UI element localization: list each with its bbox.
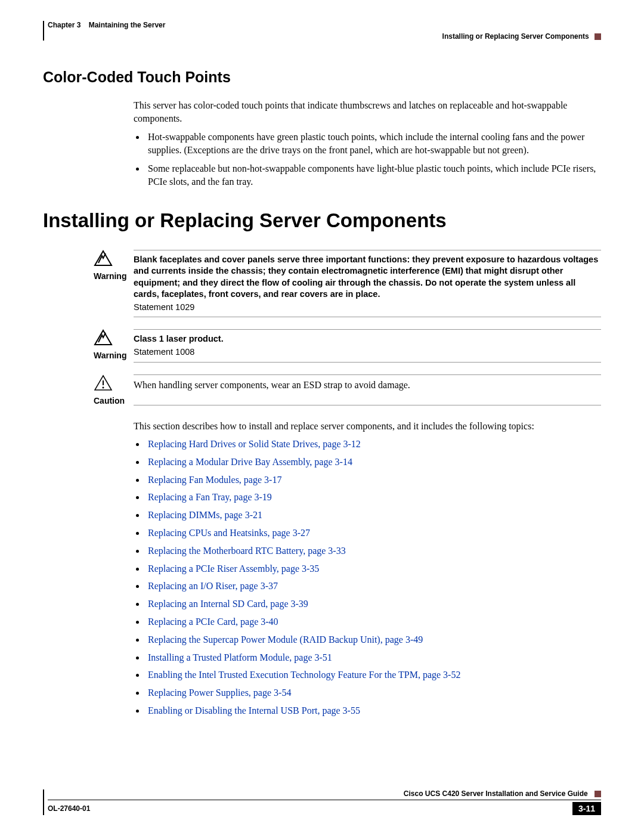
touch-points-list: Hot-swappable components have green plas… (145, 131, 601, 188)
list-item: Replacing an Internal SD Card, page 3-39 (145, 598, 601, 611)
chapter-breadcrumb: Chapter 3 Maintaining the Server (48, 21, 601, 29)
footer-marker-icon (595, 791, 601, 797)
list-item: Installing a Trusted Platform Module, pa… (145, 652, 601, 664)
topics-intro: This section describes how to install an… (134, 420, 601, 433)
warning-block-1: Warning Blank faceplates and cover panel… (94, 250, 601, 318)
chapter-label: Chapter 3 (48, 21, 80, 29)
page-number: 3-11 (572, 802, 601, 815)
topic-link[interactable]: Enabling the Intel Trusted Execution Tec… (148, 670, 460, 680)
caution-label-col: Caution (94, 374, 134, 405)
warning-body: Blank faceplates and cover panels serve … (134, 250, 601, 318)
warning-label: Warning (94, 351, 134, 360)
list-item: Replacing Hard Drives or Solid State Dri… (145, 438, 601, 451)
topics-section: This section describes how to install an… (134, 420, 601, 717)
section-breadcrumb-row: Installing or Replacing Server Component… (48, 32, 601, 41)
warning-label: Warning (94, 271, 134, 281)
warning-text: Blank faceplates and cover panels serve … (134, 255, 598, 299)
topic-link[interactable]: Replacing Hard Drives or Solid State Dri… (148, 439, 361, 449)
page-header: Chapter 3 Maintaining the Server Install… (43, 21, 601, 41)
topic-link[interactable]: Replacing a Fan Tray, page 3-19 (148, 492, 272, 502)
topic-link[interactable]: Installing a Trusted Platform Module, pa… (148, 652, 332, 662)
warning-body: Class 1 laser product. Statement 1008 (134, 329, 601, 362)
topic-link[interactable]: Replacing the Supercap Power Module (RAI… (148, 634, 423, 645)
topic-link[interactable]: Replacing an I/O Riser, page 3-37 (148, 581, 278, 591)
list-item: Enabling the Intel Trusted Execution Tec… (145, 669, 601, 682)
caution-text: When handling server components, wear an… (134, 379, 601, 392)
topic-link[interactable]: Enabling or Disabling the Internal USB P… (148, 705, 360, 716)
list-item: Replacing a PCIe Riser Assembly, page 3-… (145, 563, 601, 575)
list-item: Replacing a Modular Drive Bay Assembly, … (145, 456, 601, 469)
topic-link[interactable]: Replacing CPUs and Heatsinks, page 3-27 (148, 528, 310, 538)
footer-bottom-row: OL-27640-01 3-11 (48, 802, 601, 815)
topics-link-list: Replacing Hard Drives or Solid State Dri… (145, 438, 601, 717)
warning-icon (94, 250, 134, 269)
warning-text: Class 1 laser product. (134, 334, 224, 343)
caution-block: Caution When handling server components,… (94, 374, 601, 405)
page-content: Color-Coded Touch Points This server has… (43, 69, 601, 723)
warning-label-col: Warning (94, 329, 134, 362)
section-title-touch-points: Color-Coded Touch Points (43, 69, 601, 86)
section-body: This server has color-coded touch points… (134, 99, 601, 188)
chapter-title: Maintaining the Server (89, 21, 166, 29)
topic-link[interactable]: Replacing Power Supplies, page 3-54 (148, 688, 291, 698)
doc-number: OL-27640-01 (48, 804, 90, 813)
caution-body: When handling server components, wear an… (134, 374, 601, 405)
list-item: Replacing Fan Modules, page 3-17 (145, 474, 601, 487)
warning-label-col: Warning (94, 250, 134, 318)
list-item: Replacing CPUs and Heatsinks, page 3-27 (145, 527, 601, 540)
warning-block-2: Warning Class 1 laser product. Statement… (94, 329, 601, 362)
topic-link[interactable]: Replacing an Internal SD Card, page 3-39 (148, 599, 308, 609)
list-item: Replacing DIMMs, page 3-21 (145, 509, 601, 522)
list-item: Replacing an I/O Riser, page 3-37 (145, 580, 601, 593)
list-item: Some replaceable but non-hot-swappable c… (145, 162, 601, 188)
statement-number: Statement 1029 (134, 302, 601, 314)
list-item: Replacing a PCIe Card, page 3-40 (145, 616, 601, 628)
list-item: Replacing the Motherboard RTC Battery, p… (145, 545, 601, 558)
topic-link[interactable]: Replacing a Modular Drive Bay Assembly, … (148, 457, 352, 467)
guide-title-text: Cisco UCS C420 Server Installation and S… (404, 789, 588, 798)
main-heading: Installing or Replacing Server Component… (43, 209, 601, 232)
list-item: Hot-swappable components have green plas… (145, 131, 601, 156)
warning-icon (94, 329, 134, 348)
footer-guide-title: Cisco UCS C420 Server Installation and S… (48, 789, 601, 800)
intro-paragraph: This server has color-coded touch points… (134, 99, 601, 125)
topic-link[interactable]: Replacing a PCIe Card, page 3-40 (148, 617, 278, 627)
list-item: Replacing Power Supplies, page 3-54 (145, 687, 601, 699)
header-marker-icon (595, 33, 601, 40)
topic-link[interactable]: Replacing DIMMs, page 3-21 (148, 510, 262, 520)
statement-number: Statement 1008 (134, 346, 601, 358)
caution-icon (94, 374, 134, 394)
caution-label: Caution (94, 396, 134, 405)
topic-link[interactable]: Replacing the Motherboard RTC Battery, p… (148, 546, 346, 556)
section-breadcrumb: Installing or Replacing Server Component… (442, 32, 589, 41)
list-item: Enabling or Disabling the Internal USB P… (145, 705, 601, 717)
list-item: Replacing a Fan Tray, page 3-19 (145, 491, 601, 504)
list-item: Replacing the Supercap Power Module (RAI… (145, 634, 601, 646)
page-footer: Cisco UCS C420 Server Installation and S… (43, 789, 601, 815)
topic-link[interactable]: Replacing a PCIe Riser Assembly, page 3-… (148, 563, 319, 574)
svg-point-1 (103, 386, 104, 388)
topic-link[interactable]: Replacing Fan Modules, page 3-17 (148, 475, 281, 485)
